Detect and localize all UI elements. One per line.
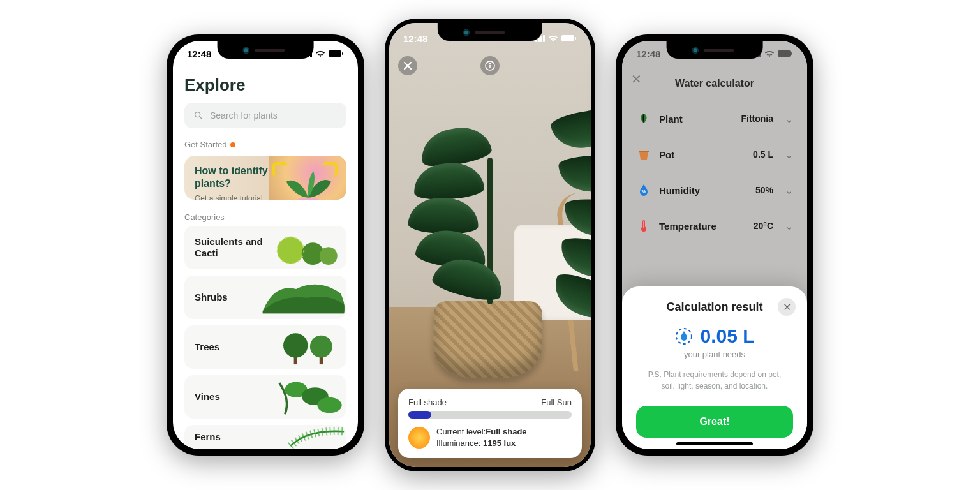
- category-item-trees[interactable]: Trees: [184, 325, 346, 369]
- info-button[interactable]: [480, 56, 500, 75]
- row-pot-value: 0.5 L: [753, 149, 773, 160]
- great-button[interactable]: Great!: [636, 406, 793, 438]
- status-time: 12:48: [403, 33, 427, 44]
- svg-point-7: [320, 247, 338, 265]
- svg-rect-21: [778, 50, 791, 57]
- battery-icon: [778, 50, 793, 57]
- badge-dot: [230, 142, 235, 147]
- current-level-value: Full shade: [486, 427, 526, 436]
- light-meter-slider[interactable]: [408, 411, 572, 419]
- battery-icon: [329, 50, 344, 57]
- category-item-vines[interactable]: Vines: [184, 375, 346, 419]
- result-note: P.S. Plant requirements depend on pot, s…: [636, 369, 793, 392]
- svg-line-3: [200, 117, 202, 119]
- result-heading: Calculation result: [636, 301, 793, 314]
- category-image: [257, 226, 346, 269]
- svg-point-19: [489, 63, 491, 64]
- current-level-prefix: Current level:: [436, 427, 486, 436]
- chevron-down-icon: ⌄: [785, 113, 793, 125]
- chevron-down-icon: ⌄: [785, 220, 793, 232]
- page-title: Water calculator: [634, 73, 796, 101]
- tutorial-card[interactable]: How to identify plants? Get a simple tut…: [184, 156, 346, 200]
- search-icon: [193, 110, 204, 121]
- category-image: [257, 276, 346, 319]
- status-time: 12:48: [187, 48, 211, 59]
- row-plant-value: Fittonia: [741, 114, 773, 124]
- result-subtitle: your plant needs: [636, 350, 793, 359]
- svg-point-10: [283, 333, 308, 357]
- close-button[interactable]: ✕: [631, 71, 642, 87]
- svg-rect-23: [639, 151, 649, 152]
- svg-rect-0: [329, 50, 341, 57]
- plant-icon: [636, 111, 651, 126]
- row-humidity[interactable]: % Humidity 50% ⌄: [634, 172, 796, 208]
- category-image: [257, 325, 346, 369]
- viewfinder-corner-icon: [272, 162, 288, 177]
- result-sheet: ✕ Calculation result 0.05 L your plant n…: [622, 286, 807, 449]
- meter-max-label: Full Sun: [541, 397, 572, 407]
- light-meter-card: Full shade Full Sun Current level:Full s…: [398, 389, 582, 458]
- phone-water-calculator: 12:48 ✕ Water calculator Plant Fittonia …: [616, 34, 813, 456]
- row-pot[interactable]: Pot 0.5 L ⌄: [634, 137, 796, 172]
- meter-min-label: Full shade: [408, 397, 447, 407]
- row-humidity-value: 50%: [755, 185, 773, 195]
- category-item-shrubs[interactable]: Shrubs: [184, 276, 346, 319]
- close-button[interactable]: [398, 56, 417, 75]
- thermometer-icon: [636, 218, 651, 234]
- row-plant[interactable]: Plant Fittonia ⌄: [634, 101, 796, 137]
- illuminance-prefix: Illuminance:: [436, 438, 480, 448]
- category-image: [257, 425, 346, 449]
- wifi-icon: [315, 50, 325, 57]
- categories-label: Categories: [184, 212, 346, 222]
- wifi-icon: [548, 34, 558, 42]
- svg-rect-1: [342, 52, 343, 55]
- svg-point-4: [292, 198, 323, 200]
- category-item-succulents[interactable]: Suiculents and Cacti: [184, 226, 346, 269]
- row-temperature-value: 20°C: [754, 221, 773, 231]
- search-input[interactable]: Search for plants: [184, 103, 346, 128]
- svg-rect-16: [561, 35, 574, 41]
- page-title: Explore: [184, 75, 346, 95]
- viewfinder-corner-icon: [322, 162, 338, 177]
- notch: [438, 23, 542, 41]
- svg-text:%: %: [641, 189, 646, 195]
- category-image: [257, 375, 346, 419]
- row-temperature[interactable]: Temperature 20°C ⌄: [634, 208, 796, 244]
- svg-point-15: [318, 397, 342, 413]
- plant-illustration: [394, 103, 586, 308]
- chevron-down-icon: ⌄: [785, 184, 793, 197]
- svg-rect-27: [643, 221, 644, 228]
- camera-view: Full shade Full Sun Current level:Full s…: [389, 23, 591, 467]
- home-indicator: [676, 442, 753, 445]
- svg-rect-22: [791, 52, 792, 55]
- svg-point-12: [310, 336, 332, 358]
- water-drop-icon: [674, 327, 694, 346]
- chevron-down-icon: ⌄: [785, 149, 793, 161]
- search-placeholder: Search for plants: [210, 110, 278, 121]
- illuminance-value: 1195 lux: [483, 438, 516, 448]
- plant-pot: [434, 301, 542, 378]
- notch: [667, 41, 763, 59]
- humidity-icon: %: [636, 182, 651, 198]
- notch: [218, 41, 314, 59]
- light-meter-fill: [408, 411, 431, 419]
- battery-icon: [561, 34, 577, 42]
- svg-rect-20: [489, 65, 491, 68]
- svg-rect-17: [575, 37, 576, 40]
- pot-icon: [636, 147, 651, 162]
- svg-point-2: [195, 112, 200, 117]
- phone-lightmeter: 12:48: [385, 19, 595, 471]
- status-time: 12:48: [636, 48, 660, 59]
- phone-explore: 12:48 Explore Search for plants Get Star…: [167, 34, 364, 456]
- sun-icon: [408, 427, 430, 449]
- wifi-icon: [764, 50, 775, 57]
- get-started-label: Get Started: [184, 140, 346, 149]
- result-value: 0.05 L: [700, 325, 754, 347]
- category-item-ferns[interactable]: Ferns: [184, 425, 346, 449]
